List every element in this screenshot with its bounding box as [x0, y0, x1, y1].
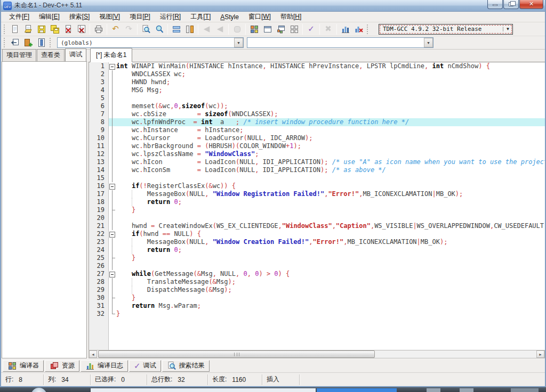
new-file-button[interactable]: [8, 23, 21, 35]
code-line-15[interactable]: 15: [89, 174, 545, 182]
taskbar-button-active[interactable]: [317, 388, 397, 392]
report-tab-1[interactable]: 资源: [45, 360, 79, 372]
compiler-selector[interactable]: TDM-GCC 4.9.2 32-bit Release ▼: [379, 24, 513, 35]
save-button[interactable]: [35, 23, 48, 35]
taskbar-button[interactable]: [460, 388, 473, 392]
menu-item-R[interactable]: 运行[R]: [155, 11, 186, 22]
menu-item-T[interactable]: 工具[T]: [186, 11, 215, 22]
print-button[interactable]: [92, 23, 105, 35]
code-editor[interactable]: 1int WINAPI WinMain(HINSTANCE hInstance,…: [89, 62, 545, 350]
scrollbar-track[interactable]: [97, 350, 536, 358]
profile-delete-button[interactable]: [352, 23, 365, 35]
code-line-13[interactable]: 13 wc.hIcon = LoadIcon(NULL, IDI_APPLICA…: [89, 158, 545, 166]
add-file-button[interactable]: [21, 37, 35, 49]
windows-taskbar[interactable]: [0, 387, 546, 392]
code-line-20[interactable]: 20: [89, 214, 545, 222]
code-line-29[interactable]: 29 DispatchMessage(&Msg);: [89, 286, 545, 294]
compile-run-button[interactable]: [274, 23, 287, 35]
report-tab-3[interactable]: ✓调试: [129, 360, 161, 372]
run-button[interactable]: [261, 23, 274, 35]
menu-item-V[interactable]: 视图[V]: [94, 11, 125, 22]
globals-combo[interactable]: (globals) ▼: [57, 37, 244, 48]
members-combo[interactable]: ▼: [247, 37, 433, 48]
code-line-32[interactable]: 32}: [89, 310, 545, 318]
taskbar-button[interactable]: [427, 388, 440, 392]
code-line-21[interactable]: 21 hwnd = CreateWindowEx(WS_EX_CLIENTEDG…: [89, 222, 545, 230]
code-line-4[interactable]: 4 MSG Msg;: [89, 86, 545, 94]
editor-tab-unnamed1[interactable]: [*] 未命名1: [90, 48, 132, 62]
toolbar-grip[interactable]: [4, 38, 6, 47]
fold-collapse-icon[interactable]: [109, 270, 116, 278]
code-line-19[interactable]: 19 }: [89, 206, 545, 214]
code-line-18[interactable]: 18 return 0;: [89, 198, 545, 206]
code-line-1[interactable]: 1int WINAPI WinMain(HINSTANCE hInstance,…: [89, 62, 545, 70]
toolbar-grip[interactable]: [367, 24, 370, 34]
code-line-11[interactable]: 11 wc.hbrBackground = (HBRUSH)(COLOR_WIN…: [89, 142, 545, 150]
horizontal-scrollbar[interactable]: ◄ ►: [89, 350, 545, 358]
code-line-8[interactable]: 8 wc.lpfnWndProc = int a ; /* insert win…: [89, 118, 545, 126]
menu-item-H[interactable]: 帮助[H]: [276, 11, 306, 22]
code-line-22[interactable]: 22 if(hwnd == NULL) {: [89, 230, 545, 238]
code-line-27[interactable]: 27 while(GetMessage(&Msg, NULL, 0, 0) > …: [89, 270, 545, 278]
undo-button[interactable]: ↶: [109, 23, 122, 35]
code-line-25[interactable]: 25 }: [89, 254, 545, 262]
code-line-6[interactable]: 6 memset(&wc,0,sizeof(wc));: [89, 102, 545, 110]
replace-button[interactable]: [183, 23, 196, 35]
close-all-button[interactable]: [75, 23, 88, 35]
find-next-button[interactable]: [152, 23, 166, 35]
fold-collapse-icon[interactable]: [109, 182, 116, 190]
open-file-button[interactable]: [21, 23, 35, 35]
syntax-check-button[interactable]: ✓: [304, 23, 318, 35]
rebuild-button[interactable]: [287, 23, 301, 35]
menu-item-S[interactable]: 搜索[S]: [65, 11, 95, 22]
scrollbar-thumb[interactable]: [98, 350, 375, 358]
report-tab-0[interactable]: 编译器: [3, 360, 44, 372]
save-all-button[interactable]: [48, 23, 61, 35]
compile-button[interactable]: [247, 23, 261, 35]
menu-item-A[interactable]: AStyle: [215, 12, 244, 22]
goto-line-button[interactable]: [170, 23, 183, 35]
chevron-down-icon[interactable]: ▼: [234, 38, 243, 47]
left-tab-2[interactable]: 调试: [65, 48, 86, 61]
code-line-14[interactable]: 14 wc.hIconSm = LoadIcon(NULL, IDI_APPLI…: [89, 166, 545, 174]
restore-button[interactable]: [503, 0, 519, 9]
left-panel-body[interactable]: [2, 61, 87, 358]
code-line-24[interactable]: 24 return 0;: [89, 246, 545, 254]
code-line-26[interactable]: 26: [89, 262, 545, 270]
left-tab-1[interactable]: 查看类: [37, 49, 65, 61]
remove-file-button[interactable]: [35, 37, 48, 49]
left-tab-0[interactable]: 项目管理: [2, 49, 36, 61]
code-line-12[interactable]: 12 wc.lpszClassName = "WindowClass";: [89, 150, 545, 158]
profile-button[interactable]: [339, 23, 352, 35]
code-line-7[interactable]: 7 wc.cbSize = sizeof(WNDCLASSEX);: [89, 110, 545, 118]
title-bar[interactable]: DEV 未命名1 - Dev-C++ 5.11 ✕: [1, 0, 545, 12]
code-line-5[interactable]: 5: [89, 94, 545, 102]
fold-collapse-icon[interactable]: [109, 62, 116, 70]
chevron-down-icon[interactable]: ▼: [424, 38, 433, 47]
close-file-button[interactable]: [61, 23, 75, 35]
find-button[interactable]: [139, 23, 152, 35]
menu-item-E[interactable]: 编辑[E]: [34, 11, 65, 22]
scroll-left-icon[interactable]: ◄: [89, 350, 97, 358]
minimize-button[interactable]: [487, 0, 503, 9]
report-tab-2[interactable]: 编译日志: [81, 360, 128, 372]
menu-item-P[interactable]: 项目[P]: [125, 11, 155, 22]
code-line-30[interactable]: 30 }: [89, 294, 545, 302]
taskbar-button[interactable]: [91, 388, 316, 392]
taskbar-button[interactable]: [511, 388, 539, 392]
menu-item-F[interactable]: 文件[F]: [4, 11, 34, 22]
code-line-16[interactable]: 16 if(!RegisterClassEx(&wc)) {: [89, 182, 545, 190]
close-button[interactable]: ✕: [519, 0, 543, 9]
scroll-right-icon[interactable]: ►: [536, 350, 544, 358]
code-line-17[interactable]: 17 MessageBox(NULL, "Window Registration…: [89, 190, 545, 198]
start-orb[interactable]: [31, 388, 47, 392]
code-line-23[interactable]: 23 MessageBox(NULL, "Window Creation Fai…: [89, 238, 545, 246]
code-line-10[interactable]: 10 wc.hCursor = LoadCursor(NULL, IDC_ARR…: [89, 134, 545, 142]
new-unit-button[interactable]: [8, 37, 21, 49]
toolbar-grip[interactable]: [4, 24, 6, 34]
code-line-9[interactable]: 9 wc.hInstance = hInstance;: [89, 126, 545, 134]
menu-item-W[interactable]: 窗口[W]: [244, 11, 276, 22]
chevron-down-icon[interactable]: ▼: [503, 27, 512, 31]
code-line-2[interactable]: 2 WNDCLASSEX wc;: [89, 70, 545, 78]
code-line-28[interactable]: 28 TranslateMessage(&Msg);: [89, 278, 545, 286]
